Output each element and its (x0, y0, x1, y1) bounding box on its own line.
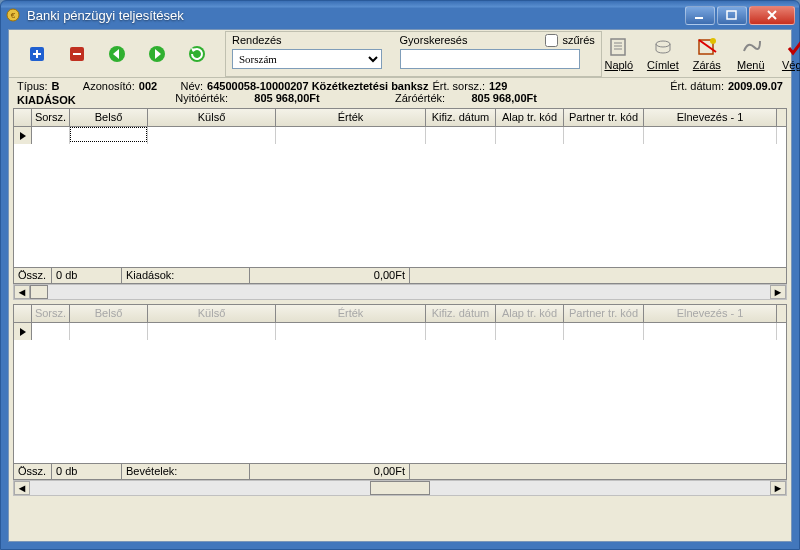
col-elnev[interactable]: Elnevezés - 1 (644, 109, 777, 126)
scroll-left-icon[interactable]: ◄ (14, 285, 30, 299)
table-row[interactable] (14, 127, 786, 144)
client-area: Rendezés Gyorskeresés szűrés Sorszám (8, 29, 792, 542)
expenses-grid: Sorsz. Belső Külső Érték Kifiz. dátum Al… (9, 108, 791, 300)
grid-body[interactable] (14, 127, 786, 267)
toolbar: Rendezés Gyorskeresés szűrés Sorszám (9, 30, 791, 78)
hscrollbar-2[interactable]: ◄ ► (13, 480, 787, 496)
add-button[interactable] (27, 41, 47, 67)
svg-point-12 (710, 38, 716, 44)
col-belso[interactable]: Belső (70, 109, 148, 126)
search-label: Gyorskeresés (400, 34, 468, 46)
next-button[interactable] (147, 41, 167, 67)
end-button[interactable]: Vége (778, 37, 800, 71)
log-button[interactable]: Napló (602, 37, 636, 71)
svg-text:€: € (11, 11, 16, 20)
app-icon: € (5, 7, 21, 23)
grid2-header: Sorsz. Belső Külső Érték Kifiz. dátum Al… (14, 305, 786, 323)
svg-rect-9 (611, 39, 625, 55)
scroll-thumb[interactable] (30, 285, 48, 299)
scroll-left-icon[interactable]: ◄ (14, 481, 30, 495)
close-button[interactable] (749, 6, 795, 25)
denomination-button[interactable]: Címlet (646, 37, 680, 71)
table-row[interactable] (14, 323, 786, 340)
maximize-button[interactable] (717, 6, 747, 25)
row-selector-header[interactable] (14, 109, 32, 126)
info-bar: Típus: B Azonosító: 002 Név: 64500058-10… (9, 78, 791, 108)
col-kifiz[interactable]: Kifiz. dátum (426, 109, 496, 126)
sort-select[interactable]: Sorszám (232, 49, 382, 69)
filter-checkbox-input[interactable] (545, 34, 558, 47)
menu-button[interactable]: Menü (734, 37, 768, 71)
refresh-button[interactable] (187, 41, 207, 67)
filter-checkbox[interactable]: szűrés (545, 34, 594, 47)
scroll-right-icon[interactable]: ► (770, 481, 786, 495)
grid-header: Sorsz. Belső Külső Érték Kifiz. dátum Al… (14, 109, 786, 127)
window-title: Banki pénzügyi teljesítések (27, 8, 685, 23)
minimize-button[interactable] (685, 6, 715, 25)
active-cell[interactable] (70, 127, 147, 142)
income-grid: Sorsz. Belső Külső Érték Kifiz. dátum Al… (9, 304, 791, 496)
col-sorsz[interactable]: Sorsz. (32, 109, 70, 126)
hscrollbar[interactable]: ◄ ► (13, 284, 787, 300)
section-title: KIADÁSOK (17, 94, 76, 106)
grid-footer: Össz. 0 db Kiadások: 0,00Ft (14, 267, 786, 283)
row-marker-icon (14, 127, 32, 144)
grid2-body[interactable] (14, 323, 786, 463)
row-marker-icon (14, 323, 32, 340)
search-input[interactable] (400, 49, 580, 69)
grid2-footer: Össz. 0 db Bevételek: 0,00Ft (14, 463, 786, 479)
svg-rect-3 (727, 11, 736, 19)
titlebar[interactable]: € Banki pénzügyi teljesítések (1, 1, 799, 29)
delete-button[interactable] (67, 41, 87, 67)
app-window: € Banki pénzügyi teljesítések Rendezés G… (0, 0, 800, 550)
col-ertek[interactable]: Érték (276, 109, 426, 126)
sort-label: Rendezés (232, 34, 282, 46)
scroll-right-icon[interactable]: ► (770, 285, 786, 299)
col-kulso[interactable]: Külső (148, 109, 276, 126)
svg-rect-2 (695, 17, 703, 19)
sort-search-group: Rendezés Gyorskeresés szűrés Sorszám (225, 31, 602, 77)
prev-button[interactable] (107, 41, 127, 67)
filter-label: szűrés (562, 34, 594, 46)
col-alap[interactable]: Alap tr. kód (496, 109, 564, 126)
scroll-thumb[interactable] (370, 481, 430, 495)
close-period-button[interactable]: Zárás (690, 37, 724, 71)
svg-point-10 (656, 41, 670, 47)
col-partner[interactable]: Partner tr. kód (564, 109, 644, 126)
